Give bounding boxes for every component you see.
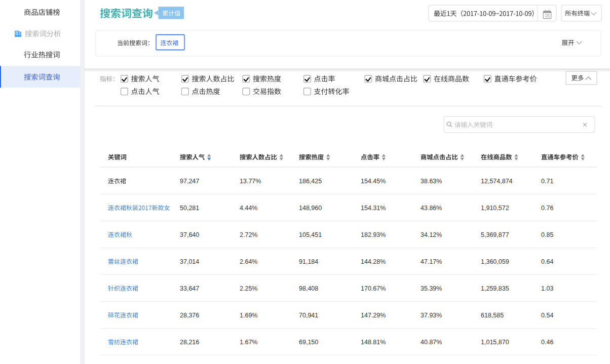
svg-text:170.67%: 170.67% [361, 285, 386, 292]
svg-text:1.69%: 1.69% [240, 312, 257, 319]
svg-text:0.85: 0.85 [541, 231, 553, 238]
svg-text:0.71: 0.71 [541, 178, 553, 185]
svg-text:0.46: 0.46 [541, 339, 553, 346]
svg-text:0.54: 0.54 [541, 312, 553, 319]
svg-text:1.67%: 1.67% [240, 339, 257, 346]
svg-text:0.64: 0.64 [541, 258, 553, 265]
svg-text:28,376: 28,376 [180, 312, 199, 319]
svg-text:97,247: 97,247 [180, 178, 199, 185]
svg-text:5,369,877: 5,369,877 [481, 231, 509, 238]
svg-text:2.72%: 2.72% [240, 231, 257, 238]
svg-text:70,941: 70,941 [299, 312, 318, 319]
svg-text:69,150: 69,150 [299, 339, 318, 346]
svg-text:50,281: 50,281 [180, 205, 199, 212]
svg-text:0.76: 0.76 [541, 205, 553, 212]
svg-text:37.93%: 37.93% [421, 312, 442, 319]
svg-text:144.28%: 144.28% [361, 258, 386, 265]
svg-text:4.44%: 4.44% [240, 205, 257, 212]
svg-text:147.29%: 147.29% [361, 312, 386, 319]
svg-text:43.86%: 43.86% [421, 205, 442, 212]
svg-text:38.63%: 38.63% [421, 178, 442, 185]
svg-text:28,216: 28,216 [180, 339, 199, 346]
svg-text:13.77%: 13.77% [240, 178, 261, 185]
svg-text:1,015,870: 1,015,870 [481, 339, 509, 346]
svg-text:186,425: 186,425 [299, 178, 322, 185]
svg-text:98,408: 98,408 [299, 285, 318, 292]
svg-text:1.03: 1.03 [541, 285, 553, 292]
svg-text:1,259,835: 1,259,835 [481, 285, 509, 292]
svg-text:105,451: 105,451 [299, 231, 322, 238]
svg-text:1,910,572: 1,910,572 [481, 205, 509, 212]
svg-text:37,640: 37,640 [180, 231, 199, 238]
svg-text:15: 15 [545, 13, 550, 18]
svg-text:2.64%: 2.64% [240, 258, 257, 265]
svg-text:91,184: 91,184 [299, 258, 318, 265]
svg-text:35.39%: 35.39% [421, 285, 442, 292]
svg-text:2.25%: 2.25% [240, 285, 257, 292]
svg-text:618,585: 618,585 [481, 312, 504, 319]
svg-text:12,574,874: 12,574,874 [481, 178, 513, 185]
svg-text:47.17%: 47.17% [421, 258, 442, 265]
svg-text:154.31%: 154.31% [361, 205, 386, 212]
svg-text:154.45%: 154.45% [361, 178, 386, 185]
svg-text:40.87%: 40.87% [421, 339, 442, 346]
svg-text:37,014: 37,014 [180, 258, 199, 265]
svg-text:1,360,059: 1,360,059 [481, 258, 509, 265]
svg-text:33,647: 33,647 [180, 285, 199, 292]
svg-text:34.12%: 34.12% [421, 231, 442, 238]
svg-text:182.93%: 182.93% [361, 231, 386, 238]
svg-text:148,960: 148,960 [299, 205, 322, 212]
svg-text:148.81%: 148.81% [361, 339, 386, 346]
